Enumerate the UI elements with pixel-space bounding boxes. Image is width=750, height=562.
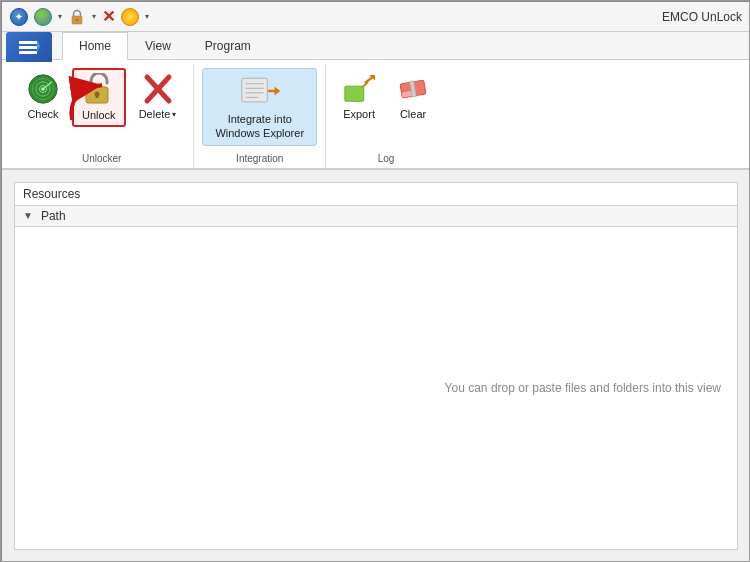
titlebar-lock-icon: [68, 8, 86, 26]
app-icon-inner: ✦: [15, 12, 23, 22]
path-column-header: Path: [41, 209, 66, 223]
export-label: Export: [343, 108, 375, 120]
title-bar-left: ✦ ▾ ▾ ✕ ▾: [10, 7, 149, 26]
check-button[interactable]: Check: [18, 68, 68, 125]
content-area: Resources ▼ Path You can drop or paste f…: [2, 170, 750, 562]
check-label: Check: [27, 108, 58, 120]
title-bar: ✦ ▾ ▾ ✕ ▾ EMCO UnLock: [2, 2, 750, 32]
resources-header: Resources: [15, 183, 737, 206]
titlebar-close-icon[interactable]: ✕: [102, 7, 115, 26]
delete-label: Delete: [139, 108, 171, 120]
svg-rect-2: [19, 41, 37, 44]
titlebar-globe-icon: [121, 8, 139, 26]
svg-rect-26: [345, 86, 364, 101]
app-icon-green: [34, 8, 52, 26]
titlebar-dropdown-arrow[interactable]: ▾: [58, 12, 62, 21]
app-icon-blue: ✦: [10, 8, 28, 26]
svg-point-14: [41, 87, 45, 91]
integrate-icon: [240, 73, 280, 109]
delete-with-arrow: Delete ▾: [139, 108, 177, 120]
svg-marker-25: [274, 86, 279, 95]
integration-group-label: Integration: [236, 150, 283, 168]
empty-message: You can drop or paste files and folders …: [445, 381, 721, 395]
delete-button[interactable]: Delete ▾: [130, 68, 186, 125]
clear-label: Clear: [400, 108, 426, 120]
export-button[interactable]: Export: [334, 68, 384, 125]
log-group-label: Log: [378, 150, 395, 168]
ribbon-content: Check: [2, 60, 750, 170]
check-icon: [27, 73, 59, 105]
ribbon-area: Home View Program: [2, 32, 750, 170]
titlebar-globe-dropdown[interactable]: ▾: [145, 12, 149, 21]
integration-buttons: Integrate into Windows Explorer: [202, 64, 317, 150]
ribbon-group-log: Export Clear: [326, 64, 446, 168]
svg-marker-5: [37, 40, 40, 52]
resources-panel: Resources ▼ Path You can drop or paste f…: [14, 182, 738, 550]
ribbon-tabs: Home View Program: [2, 32, 750, 60]
clear-button[interactable]: Clear: [388, 68, 438, 125]
svg-rect-3: [19, 46, 37, 49]
export-icon: [343, 73, 375, 105]
titlebar-lock-dropdown[interactable]: ▾: [92, 12, 96, 21]
svg-line-28: [364, 82, 368, 86]
delete-dropdown-arrow: ▾: [172, 110, 176, 119]
integrate-button[interactable]: Integrate into Windows Explorer: [202, 68, 317, 146]
resources-body[interactable]: You can drop or paste files and folders …: [15, 227, 737, 549]
svg-rect-20: [242, 78, 267, 102]
svg-point-1: [76, 18, 79, 21]
svg-rect-4: [19, 51, 37, 54]
log-buttons: Export Clear: [334, 64, 438, 150]
clear-icon: [397, 73, 429, 105]
sort-arrow-icon[interactable]: ▼: [23, 210, 33, 221]
app-title: EMCO UnLock: [662, 10, 742, 24]
unlocker-group-label: Unlocker: [82, 150, 121, 168]
app-window: ✦ ▾ ▾ ✕ ▾ EMCO UnLock: [1, 1, 750, 562]
ribbon-home-icon[interactable]: [6, 32, 52, 62]
tab-program[interactable]: Program: [188, 32, 268, 59]
delete-icon: [142, 73, 174, 105]
arrow-indicator: [62, 70, 122, 133]
integrate-label: Integrate into Windows Explorer: [215, 112, 304, 141]
resources-columns: ▼ Path: [15, 206, 737, 227]
tab-home[interactable]: Home: [62, 32, 128, 60]
tab-view[interactable]: View: [128, 32, 188, 59]
ribbon-group-integration: Integrate into Windows Explorer Integrat…: [194, 64, 326, 168]
